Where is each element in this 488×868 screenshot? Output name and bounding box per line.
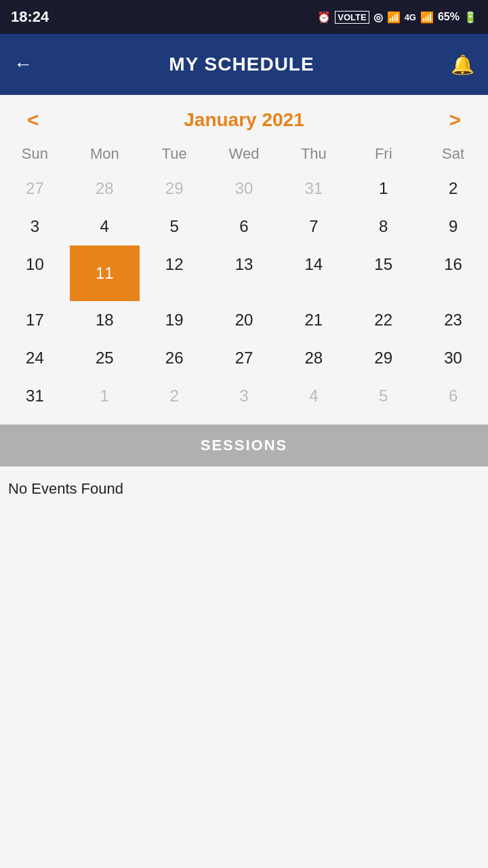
calendar-weeks: 2728293031123456789101112131415161718192… [0,170,488,415]
calendar-day-5-6[interactable]: 6 [418,377,488,415]
calendar-day-4-4[interactable]: 28 [279,339,348,377]
calendar-day-3-4[interactable]: 21 [279,301,348,339]
calendar-day-5-5[interactable]: 5 [348,377,418,415]
calendar-day-4-2[interactable]: 26 [140,339,209,377]
calendar-day-4-5[interactable]: 29 [348,339,418,377]
day-header-wed: Wed [209,138,279,170]
day-header-thu: Thu [279,138,348,170]
calendar-day-2-2[interactable]: 12 [140,245,209,301]
calendar-day-1-5[interactable]: 8 [348,208,418,245]
signal2-icon: 📶 [420,11,434,24]
calendar-day-1-3[interactable]: 6 [209,208,279,245]
calendar-day-0-2[interactable]: 29 [140,170,209,208]
day-header-sun: Sun [0,138,70,170]
calendar-day-0-1[interactable]: 28 [70,170,140,208]
calendar-day-1-6[interactable]: 9 [418,208,488,245]
calendar-day-4-3[interactable]: 27 [209,339,279,377]
day-header-sat: Sat [418,138,488,170]
day-header-mon: Mon [70,138,140,170]
4g-icon: 4G [405,12,416,22]
calendar-day-1-0[interactable]: 3 [0,208,70,245]
calendar-nav: < January 2021 > [0,102,488,138]
page-title: MY SCHEDULE [169,54,314,75]
calendar-day-headers: SunMonTueWedThuFriSat [0,138,488,170]
calendar-day-1-4[interactable]: 7 [279,208,348,245]
calendar-day-0-4[interactable]: 31 [279,170,348,208]
calendar-day-2-0[interactable]: 10 [0,245,70,301]
signal-icon: 📶 [387,11,401,24]
alarm-icon: ⏰ [317,11,331,24]
status-time: 18:24 [11,8,49,26]
header: ← MY SCHEDULE 🔔 [0,34,488,95]
calendar-day-4-0[interactable]: 24 [0,339,70,377]
prev-month-button[interactable]: < [20,108,46,132]
calendar-day-1-2[interactable]: 5 [140,208,209,245]
calendar-day-2-4[interactable]: 14 [279,245,348,301]
status-bar: 18:24 ⏰ VOLTE ◎ 📶 4G 📶 65% 🔋 [0,0,488,34]
calendar-day-5-2[interactable]: 2 [140,377,209,415]
battery-icon: 🔋 [464,11,477,24]
day-header-tue: Tue [140,138,209,170]
calendar-day-4-1[interactable]: 25 [70,339,140,377]
calendar-day-0-0[interactable]: 27 [0,170,70,208]
calendar-month-title: January 2021 [184,109,304,131]
calendar-day-3-0[interactable]: 17 [0,301,70,339]
no-events-text: No Events Found [0,467,488,511]
calendar: < January 2021 > SunMonTueWedThuFriSat 2… [0,95,488,422]
calendar-day-3-1[interactable]: 18 [70,301,140,339]
calendar-day-0-3[interactable]: 30 [209,170,279,208]
status-icons: ⏰ VOLTE ◎ 📶 4G 📶 65% 🔋 [317,11,477,24]
sessions-label: SESSIONS [201,437,287,454]
calendar-day-2-5[interactable]: 15 [348,245,418,301]
calendar-day-4-6[interactable]: 30 [418,339,488,377]
volte-icon: VOLTE [335,11,369,24]
day-header-fri: Fri [348,138,418,170]
calendar-day-0-5[interactable]: 1 [348,170,418,208]
calendar-day-5-1[interactable]: 1 [70,377,140,415]
calendar-day-2-6[interactable]: 16 [418,245,488,301]
calendar-day-3-3[interactable]: 20 [209,301,279,339]
notification-bell-icon[interactable]: 🔔 [451,54,474,76]
calendar-day-5-0[interactable]: 31 [0,377,70,415]
calendar-day-1-1[interactable]: 4 [70,208,140,245]
calendar-day-2-3[interactable]: 13 [209,245,279,301]
back-button[interactable]: ← [14,54,33,75]
calendar-day-5-4[interactable]: 4 [279,377,348,415]
calendar-day-3-5[interactable]: 22 [348,301,418,339]
calendar-day-3-6[interactable]: 23 [418,301,488,339]
calendar-day-3-2[interactable]: 19 [140,301,209,339]
battery-label: 65% [438,11,460,23]
sessions-bar: SESSIONS [0,425,488,467]
calendar-day-0-6[interactable]: 2 [418,170,488,208]
target-icon: ◎ [373,11,383,24]
next-month-button[interactable]: > [442,108,468,132]
calendar-day-5-3[interactable]: 3 [209,377,279,415]
calendar-day-2-1[interactable]: 11 [70,245,140,301]
